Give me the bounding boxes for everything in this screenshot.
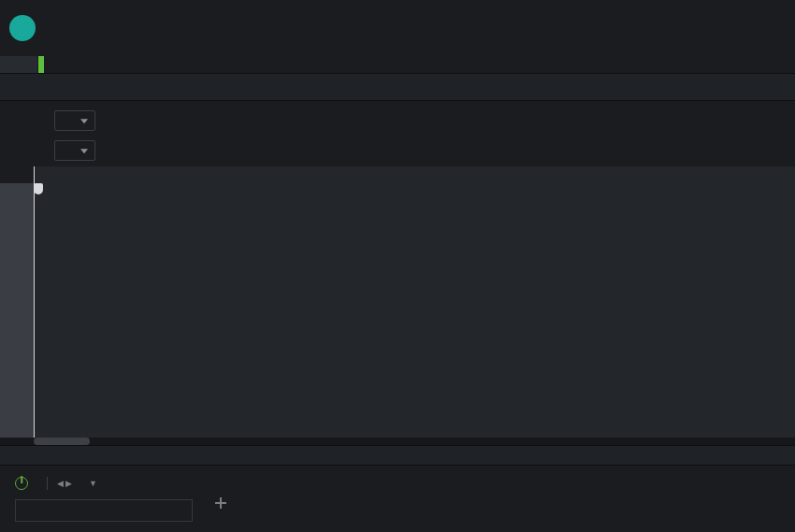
plus-icon — [215, 497, 226, 509]
scrollbar-thumb[interactable] — [34, 438, 90, 445]
note-grid[interactable] — [34, 166, 795, 438]
preset-arrows-icon[interactable]: ◀▶ — [57, 479, 74, 488]
power-icon[interactable] — [15, 477, 28, 490]
piano-roll — [0, 166, 795, 438]
app-logo — [9, 15, 36, 41]
chord-progression-bar — [34, 166, 795, 183]
track-bar — [0, 56, 795, 73]
tabs — [0, 73, 795, 101]
track-clip[interactable] — [38, 56, 44, 73]
edit-device-button[interactable] — [15, 499, 193, 522]
horizontal-scrollbar[interactable] — [0, 438, 795, 445]
device-card: ◀▶ ▼ — [15, 477, 193, 522]
key-row — [15, 110, 95, 131]
device-row: ◀▶ ▼ — [0, 466, 795, 532]
gridlines — [34, 183, 795, 438]
playhead-handle[interactable] — [34, 183, 43, 194]
device-title: ◀▶ ▼ — [15, 477, 193, 490]
playhead[interactable] — [34, 166, 35, 438]
preset-selector[interactable]: ◀▶ ▼ — [57, 479, 97, 488]
key-select[interactable] — [54, 110, 95, 131]
track-header[interactable] — [0, 56, 37, 73]
controls-row — [0, 101, 795, 166]
chevron-down-icon[interactable]: ▼ — [89, 479, 97, 488]
device-chain-header — [0, 445, 795, 466]
key-scale-panel — [15, 110, 95, 161]
separator — [47, 477, 48, 490]
scale-row — [15, 140, 95, 161]
topbar — [0, 0, 795, 56]
piano-keys[interactable] — [0, 166, 34, 438]
add-device-button[interactable] — [215, 497, 234, 509]
scale-select[interactable] — [54, 140, 95, 161]
